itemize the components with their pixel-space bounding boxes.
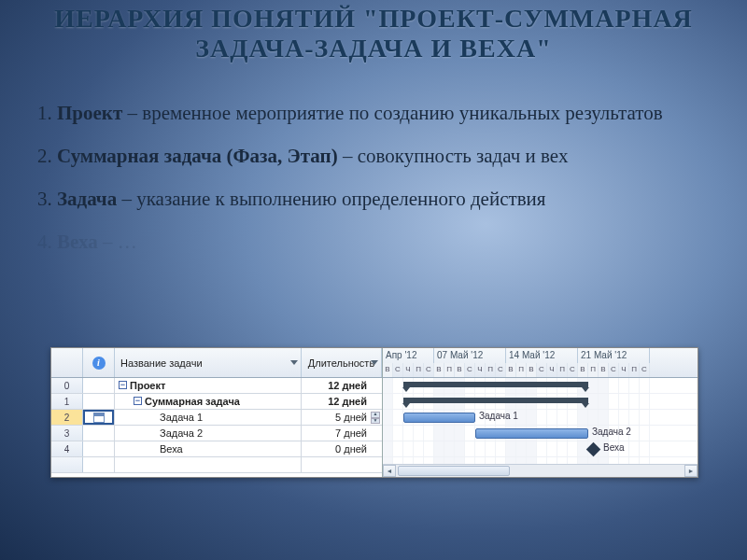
- row-number[interactable]: 3: [51, 426, 83, 441]
- info-cell[interactable]: [83, 394, 115, 409]
- day-header: П: [629, 363, 640, 378]
- task-bar[interactable]: [475, 428, 588, 439]
- definition-item: 3. Задача – указание к выполнению опреде…: [37, 179, 710, 218]
- scroll-right-button[interactable]: ►: [684, 465, 698, 477]
- duration-cell[interactable]: 7 дней: [302, 426, 382, 441]
- slide: ИЕРАРХИЯ ПОНЯТИЙ "ПРОЕКТ-СУММАРНАЯ ЗАДАЧ…: [0, 0, 747, 560]
- definition-item: 2. Суммарная задача (Фаза, Этап) – совок…: [37, 136, 710, 175]
- week-header: Апр '12: [383, 348, 434, 363]
- horizontal-scrollbar[interactable]: ◄ ►: [383, 464, 698, 477]
- chevron-down-icon: [290, 360, 298, 365]
- day-header: С: [609, 363, 619, 378]
- task-name-cell[interactable]: Задача 1: [115, 410, 302, 425]
- row-number[interactable]: 0: [51, 378, 83, 393]
- task-name-cell[interactable]: Веха: [115, 441, 302, 456]
- info-cell[interactable]: [83, 378, 115, 393]
- column-duration[interactable]: Длительность: [302, 348, 382, 377]
- calendar-icon: [93, 413, 105, 423]
- info-cell[interactable]: [83, 410, 115, 425]
- table-row[interactable]: [51, 457, 382, 473]
- definitions-list: 1. Проект – временное мероприятие по соз…: [37, 93, 710, 261]
- grid-header: i Название задачи Длительность: [51, 348, 382, 378]
- summary-bar[interactable]: [403, 398, 588, 403]
- day-header: П: [444, 363, 455, 378]
- day-header: В: [383, 363, 393, 378]
- task-name-cell[interactable]: −Суммарная задача: [115, 394, 302, 409]
- column-info[interactable]: i: [83, 348, 115, 377]
- day-header: Ч: [475, 363, 486, 378]
- day-header: В: [506, 363, 516, 378]
- day-header: Ч: [547, 363, 557, 378]
- summary-bar[interactable]: [403, 382, 588, 387]
- day-header: В: [455, 363, 465, 378]
- day-header: В: [578, 363, 588, 378]
- day-header: В: [434, 363, 444, 378]
- day-header: С: [640, 363, 650, 378]
- info-icon: i: [92, 357, 106, 370]
- day-header: С: [465, 363, 475, 378]
- row-number[interactable]: 4: [51, 441, 83, 456]
- week-header: 14 Май '12: [506, 348, 578, 363]
- table-row[interactable]: 1−Суммарная задача12 дней: [51, 394, 382, 410]
- bar-label: Веха: [603, 442, 624, 453]
- gantt-chart: Апр '1207 Май '1214 Май '1221 Май '12 ВС…: [383, 348, 698, 477]
- bar-label: Задача 1: [479, 411, 518, 421]
- chevron-down-icon: [371, 360, 378, 365]
- day-header: Ч: [619, 363, 629, 378]
- definition-item: 1. Проект – временное мероприятие по соз…: [37, 93, 710, 133]
- gantt-body: Задача 1Задача 2Веха ◄ ►: [383, 378, 698, 477]
- scroll-track[interactable]: [396, 465, 684, 477]
- task-bar[interactable]: [403, 413, 475, 423]
- gantt-row: Задача 2: [383, 426, 698, 441]
- day-header: В: [527, 363, 537, 378]
- day-header: С: [537, 363, 547, 378]
- table-row[interactable]: 4Веха0 дней: [51, 441, 382, 457]
- rowheader-blank[interactable]: [51, 348, 83, 377]
- info-cell[interactable]: [83, 441, 115, 456]
- table-row[interactable]: 0−Проект12 дней: [51, 378, 382, 394]
- day-header: С: [424, 363, 434, 378]
- milestone-diamond[interactable]: [586, 442, 601, 457]
- task-name-cell[interactable]: −Проект: [115, 378, 302, 393]
- day-header: П: [414, 363, 424, 378]
- gantt-row: Задача 1: [383, 410, 698, 426]
- table-row[interactable]: 3Задача 27 дней: [51, 426, 382, 441]
- msproject-screenshot: i Название задачи Длительность 0−Проект1…: [50, 347, 698, 478]
- collapse-icon[interactable]: −: [134, 397, 142, 405]
- task-grid: i Название задачи Длительность 0−Проект1…: [51, 348, 383, 477]
- day-header: П: [557, 363, 568, 378]
- column-task-name[interactable]: Название задачи: [115, 348, 302, 377]
- day-header: С: [393, 363, 403, 378]
- definition-item: 4. Веха – …: [37, 222, 710, 261]
- day-header: Ч: [403, 363, 414, 378]
- gantt-row: [383, 394, 698, 410]
- day-header: П: [516, 363, 527, 378]
- scroll-left-button[interactable]: ◄: [383, 465, 396, 477]
- gantt-row: Веха: [383, 441, 698, 457]
- table-row[interactable]: 2Задача 15 дней▲▼: [51, 410, 382, 426]
- duration-cell[interactable]: 12 дней: [302, 394, 382, 409]
- task-name-cell[interactable]: Задача 2: [115, 426, 302, 441]
- day-header: С: [496, 363, 506, 378]
- row-number[interactable]: 2: [51, 410, 83, 425]
- duration-cell[interactable]: 5 дней▲▼: [302, 410, 382, 425]
- day-header: С: [568, 363, 578, 378]
- week-header: 07 Май '12: [434, 348, 506, 363]
- gantt-timescale: Апр '1207 Май '1214 Май '1221 Май '12 ВС…: [383, 348, 698, 378]
- bar-label: Задача 2: [592, 427, 631, 437]
- info-cell[interactable]: [83, 426, 115, 441]
- row-number[interactable]: 1: [51, 394, 83, 409]
- scroll-thumb[interactable]: [398, 466, 510, 476]
- spinner[interactable]: ▲▼: [371, 412, 380, 424]
- day-header: П: [486, 363, 496, 378]
- collapse-icon[interactable]: −: [119, 381, 127, 389]
- slide-title: ИЕРАРХИЯ ПОНЯТИЙ "ПРОЕКТ-СУММАРНАЯ ЗАДАЧ…: [37, 0, 710, 63]
- gantt-row: [383, 378, 698, 394]
- duration-cell[interactable]: 12 дней: [302, 378, 382, 393]
- day-header: В: [599, 363, 609, 378]
- grid-body: 0−Проект12 дней1−Суммарная задача12 дней…: [51, 378, 382, 477]
- day-header: П: [588, 363, 599, 378]
- duration-cell[interactable]: 0 дней: [302, 441, 382, 456]
- week-header: 21 Май '12: [578, 348, 650, 363]
